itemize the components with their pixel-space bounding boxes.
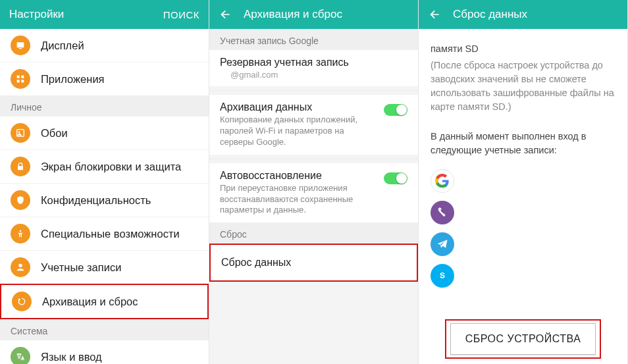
setting-desc: Копирование данных приложений, паролей W…	[220, 115, 376, 148]
reset-data-item[interactable]: Сброс данных	[211, 245, 417, 280]
backup-title: Архивация и сброс	[244, 8, 409, 21]
backup-data-item[interactable]: Архивация данных Копирование данных прил…	[209, 95, 418, 155]
reset-title: Сброс данных	[453, 8, 618, 21]
svg-rect-5	[21, 80, 24, 82]
auto-restore-item[interactable]: Автовосстановление При переустановке при…	[209, 163, 418, 223]
telegram-icon	[431, 232, 454, 256]
settings-item-accounts[interactable]: Учетные записи	[0, 250, 209, 284]
list-item-label: Специальные возможности	[41, 228, 180, 240]
setting-email: @gmail.com	[220, 70, 400, 80]
backup-reset-column: Архивация и сброс Учетная запись Google …	[209, 0, 419, 364]
factory-reset-column: Сброс данных памяти SD (После сброса нас…	[419, 0, 628, 364]
signed-in-text: В данный момент выполнен вход в следующи…	[419, 130, 627, 157]
backup-data-toggle[interactable]	[384, 104, 407, 116]
account-skype	[419, 260, 627, 292]
list-item-label: Архивация и сброс	[42, 296, 138, 308]
svg-rect-2	[17, 76, 20, 78]
apps-icon	[11, 69, 30, 89]
wallpaper-icon	[11, 123, 30, 143]
list-item-label: Конфиденциальность	[41, 194, 151, 207]
settings-item-language[interactable]: Язык и ввод	[0, 340, 209, 364]
settings-item-lockscreen[interactable]: Экран блокировки и защита	[0, 149, 209, 183]
svg-point-7	[18, 131, 20, 133]
setting-desc: При переустановке приложения восстанавли…	[220, 183, 376, 217]
accessibility-icon	[11, 224, 30, 244]
account-telegram	[419, 228, 627, 260]
section-personal: Личное	[0, 95, 209, 117]
list-item-label: Приложения	[41, 73, 105, 86]
svg-rect-3	[21, 76, 24, 78]
backup-icon	[12, 292, 32, 311]
sd-desc: (После сброса настроек устройства до зав…	[419, 59, 627, 114]
setting-title: Резервная учетная запись	[220, 57, 400, 68]
viber-icon	[431, 201, 454, 224]
settings-column: Настройки ПОИСК Дисплей Приложения Лично…	[0, 0, 209, 364]
accounts-icon	[11, 257, 30, 277]
svg-rect-0	[17, 42, 24, 47]
search-action[interactable]: ПОИСК	[163, 9, 199, 20]
settings-item-privacy[interactable]: Конфиденциальность	[0, 183, 209, 217]
svg-rect-1	[19, 48, 22, 49]
reset-header: Сброс данных	[419, 0, 627, 29]
reset-data-highlight: Сброс данных	[209, 244, 418, 282]
setting-title: Сброс данных	[221, 257, 398, 269]
account-viber	[419, 197, 627, 228]
factory-reset-highlight: СБРОС УСТРОЙСТВА	[445, 319, 602, 359]
settings-item-apps[interactable]: Приложения	[0, 62, 209, 95]
backup-account-item[interactable]: Резервная учетная запись @gmail.com	[209, 50, 418, 86]
settings-item-display[interactable]: Дисплей	[0, 29, 209, 62]
svg-rect-4	[17, 80, 20, 82]
settings-item-accessibility[interactable]: Специальные возможности	[0, 217, 209, 250]
list-item-label: Обои	[41, 127, 68, 140]
list-item-label: Дисплей	[41, 39, 84, 52]
setting-title: Автовосстановление	[220, 170, 376, 182]
backup-header: Архивация и сброс	[209, 0, 418, 29]
setting-title: Архивация данных	[220, 101, 376, 113]
factory-reset-wrap: СБРОС УСТРОЙСТВА	[419, 307, 627, 364]
language-icon	[11, 347, 30, 364]
skype-icon	[431, 264, 454, 288]
settings-title: Настройки	[9, 8, 163, 21]
list-item-label: Учетные записи	[41, 261, 121, 274]
list-item-label: Экран блокировки и защита	[41, 161, 181, 173]
section-reset: Сброс	[209, 222, 418, 244]
settings-header: Настройки ПОИСК	[0, 0, 209, 29]
reset-body: памяти SD (После сброса настроек устройс…	[419, 29, 627, 364]
settings-list: Дисплей Приложения Личное Обои Экран бло…	[0, 29, 209, 364]
auto-restore-toggle[interactable]	[384, 172, 407, 184]
settings-item-wallpaper[interactable]: Обои	[0, 117, 209, 149]
section-google-account: Учетная запись Google	[209, 29, 418, 50]
account-google	[419, 165, 627, 197]
backup-content: Учетная запись Google Резервная учетная …	[209, 29, 418, 364]
google-icon	[431, 169, 454, 193]
section-system: Система	[0, 319, 209, 340]
privacy-icon	[11, 190, 30, 210]
settings-item-backup-reset[interactable]: Архивация и сброс	[1, 285, 207, 318]
backup-reset-highlight: Архивация и сброс	[0, 284, 209, 319]
svg-rect-8	[18, 166, 23, 170]
back-icon[interactable]	[219, 8, 232, 21]
factory-reset-button[interactable]: СБРОС УСТРОЙСТВА	[450, 323, 596, 355]
back-icon[interactable]	[428, 8, 441, 21]
list-item-label: Язык и ввод	[41, 351, 102, 363]
display-icon	[11, 36, 30, 55]
lock-icon	[11, 157, 30, 176]
sd-title: памяти SD	[419, 42, 627, 56]
svg-point-9	[18, 264, 22, 267]
